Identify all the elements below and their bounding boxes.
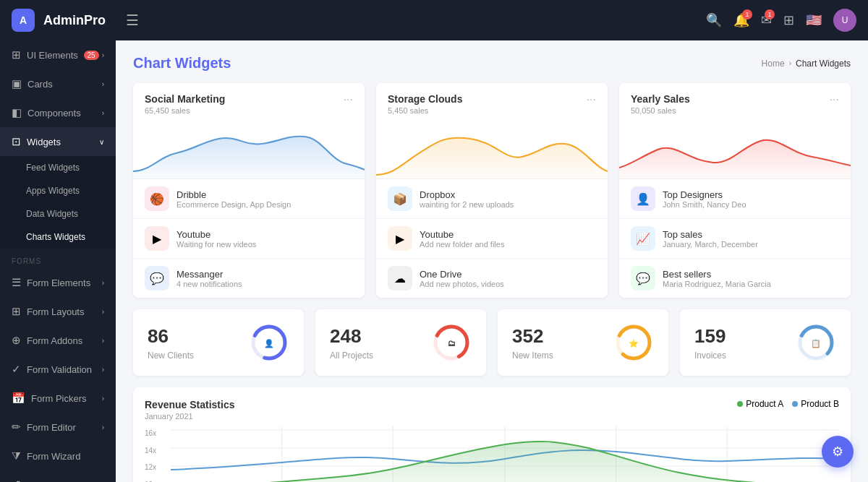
yearly-sales-subtitle: 50,050 sales bbox=[631, 106, 690, 115]
product-a-dot bbox=[737, 401, 743, 407]
product-a-label: Product A bbox=[746, 399, 783, 409]
data-widgets-label: Data Widgets bbox=[26, 209, 78, 219]
new-clients-number: 86 bbox=[148, 325, 194, 348]
product-b-label: Product B bbox=[801, 399, 839, 409]
svg-text:⭐: ⭐ bbox=[629, 338, 639, 348]
breadcrumb-home[interactable]: Home bbox=[762, 59, 785, 69]
search-icon[interactable]: 🔍 bbox=[706, 12, 722, 28]
best-sellers-icon: 💬 bbox=[631, 266, 655, 291]
list-item: 👤 Top Designers John Smith, Nancy Deo bbox=[619, 179, 851, 219]
form-pickers-chevron: › bbox=[102, 395, 104, 403]
storage-clouds-menu[interactable]: ··· bbox=[587, 93, 596, 106]
youtube-icon: ▶ bbox=[145, 226, 169, 251]
social-marketing-header: Social Marketing 65,450 sales ··· bbox=[133, 83, 365, 121]
sidebar-label-form-elements: Form Elements bbox=[27, 277, 90, 288]
dribble-name: Dribble bbox=[176, 189, 291, 200]
sidebar-item-feed-widgets[interactable]: Feed Widgets bbox=[0, 156, 116, 179]
fab-button[interactable]: ⚙ bbox=[822, 436, 854, 468]
dropbox-name: Dropbox bbox=[420, 189, 514, 200]
sidebar-item-ui-elements[interactable]: ⊞ UI Elements 25 › bbox=[0, 40, 116, 69]
charts-widgets-label: Charts Widgets bbox=[26, 232, 85, 242]
language-flag[interactable]: 🇺🇸 bbox=[806, 12, 822, 28]
sidebar-item-components[interactable]: ◧ Components › bbox=[0, 98, 116, 127]
new-clients-circle: 👤 bbox=[249, 322, 289, 363]
sidebar-item-form-layouts[interactable]: ⊞ Form Layouts › bbox=[0, 297, 116, 326]
revenue-subtitle: January 2021 bbox=[145, 412, 235, 421]
svg-text:📋: 📋 bbox=[811, 338, 821, 348]
top-sales-desc: January, March, December bbox=[663, 240, 758, 249]
logo-letter: A bbox=[20, 14, 27, 26]
all-projects-label: All Projects bbox=[330, 350, 373, 361]
sidebar-item-form-repeater[interactable]: ↺ Form Repeater bbox=[0, 470, 116, 482]
y-axis: 16x 14x 12x 10x bbox=[145, 426, 165, 482]
best-sellers-name: Best sellers bbox=[663, 269, 771, 280]
youtube2-icon: ▶ bbox=[388, 226, 412, 251]
messanger-name: Messanger bbox=[176, 269, 242, 280]
sidebar-item-form-wizard[interactable]: ⧩ Form Wizard bbox=[0, 442, 116, 470]
invoices-label: Invoices bbox=[694, 350, 726, 361]
sidebar-item-data-widgets[interactable]: Data Widgets bbox=[0, 202, 116, 225]
ui-elements-badge: 25 bbox=[84, 51, 99, 60]
apps-widgets-label: Apps Widgets bbox=[26, 186, 80, 196]
messanger-icon: 💬 bbox=[145, 266, 169, 291]
sidebar-item-form-pickers[interactable]: 📅 Form Pickers › bbox=[0, 384, 116, 413]
storage-clouds-chart bbox=[376, 121, 608, 178]
sidebar: ⊞ UI Elements 25 › ▣ Cards › ◧ Component… bbox=[0, 40, 116, 482]
new-clients-label: New Clients bbox=[148, 350, 194, 361]
widgets-icon: ⊡ bbox=[12, 135, 21, 148]
revenue-card: Revenue Statistics January 2021 Product … bbox=[133, 387, 851, 482]
dropbox-desc: wainting for 2 new uploads bbox=[420, 200, 514, 209]
yearly-sales-card: Yearly Sales 50,050 sales ··· bbox=[619, 83, 851, 298]
messages-icon[interactable]: ✉ 1 bbox=[761, 12, 772, 28]
storage-clouds-subtitle: 5,450 sales bbox=[388, 106, 462, 115]
sidebar-item-cards[interactable]: ▣ Cards › bbox=[0, 69, 116, 98]
stat-new-items: 352 New Items ⭐ bbox=[498, 309, 668, 376]
yearly-sales-header: Yearly Sales 50,050 sales ··· bbox=[619, 83, 851, 121]
hamburger-menu[interactable]: ☰ bbox=[126, 12, 139, 29]
notifications-icon[interactable]: 🔔 1 bbox=[733, 12, 749, 28]
breadcrumb-current: Chart Widgets bbox=[796, 59, 851, 69]
widgets-submenu: Feed Widgets Apps Widgets Data Widgets C… bbox=[0, 156, 116, 249]
form-addons-chevron: › bbox=[102, 337, 104, 345]
sidebar-item-apps-widgets[interactable]: Apps Widgets bbox=[0, 179, 116, 202]
logo-icon: A bbox=[12, 9, 35, 32]
invoices-number: 159 bbox=[694, 325, 726, 348]
topnav-left: A AdminPro ☰ bbox=[12, 9, 139, 32]
list-item: ▶ Youtube Waiting for new videos bbox=[133, 219, 365, 259]
svg-text:👤: 👤 bbox=[264, 338, 274, 348]
list-item: 📈 Top sales January, March, December bbox=[619, 219, 851, 259]
main-layout: ⊞ UI Elements 25 › ▣ Cards › ◧ Component… bbox=[0, 40, 868, 482]
list-item: ☁ One Drive Add new photos, videos bbox=[376, 259, 608, 298]
revenue-chart-area: 16x 14x 12x 10x bbox=[145, 426, 839, 482]
sidebar-item-widgets[interactable]: ⊡ Widgets ∨ bbox=[0, 127, 116, 156]
notifications-badge: 1 bbox=[742, 9, 752, 20]
widget-cards-row: Social Marketing 65,450 sales ··· bbox=[133, 83, 851, 298]
onedrive-desc: Add new photos, videos bbox=[420, 280, 504, 288]
sidebar-label-form-wizard: Form Wizard bbox=[27, 451, 80, 462]
best-sellers-desc: Maria Rodriguez, Maria Garcia bbox=[663, 280, 771, 288]
apps-icon[interactable]: ⊞ bbox=[783, 12, 794, 28]
social-marketing-card: Social Marketing 65,450 sales ··· bbox=[133, 83, 365, 298]
form-pickers-icon: 📅 bbox=[12, 392, 25, 405]
components-icon: ◧ bbox=[12, 106, 22, 119]
yearly-sales-menu[interactable]: ··· bbox=[830, 93, 839, 106]
sidebar-item-form-addons[interactable]: ⊕ Form Addons › bbox=[0, 326, 116, 355]
user-avatar[interactable]: U bbox=[833, 9, 856, 32]
sidebar-item-form-validation[interactable]: ✓ Form Validation › bbox=[0, 355, 116, 384]
form-wizard-icon: ⧩ bbox=[12, 449, 21, 462]
ui-elements-icon: ⊞ bbox=[12, 48, 21, 61]
sidebar-label-form-validation: Form Validation bbox=[27, 364, 92, 375]
list-item: ▶ Youtube Add new folder and files bbox=[376, 219, 608, 259]
sidebar-label-components: Components bbox=[27, 108, 81, 119]
form-repeater-icon: ↺ bbox=[12, 478, 21, 482]
form-elements-icon: ☰ bbox=[12, 276, 21, 289]
components-chevron: › bbox=[102, 109, 104, 117]
top-designers-name: Top Designers bbox=[663, 189, 746, 200]
sidebar-item-form-elements[interactable]: ☰ Form Elements › bbox=[0, 268, 116, 297]
sidebar-item-form-editor[interactable]: ✏ Form Editor › bbox=[0, 413, 116, 442]
sidebar-item-charts-widgets[interactable]: Charts Widgets bbox=[0, 225, 116, 249]
sidebar-label-ui-elements: UI Elements bbox=[27, 50, 78, 61]
breadcrumb-separator: › bbox=[789, 59, 791, 67]
sidebar-label-form-addons: Form Addons bbox=[27, 335, 82, 346]
social-marketing-menu[interactable]: ··· bbox=[344, 93, 353, 106]
